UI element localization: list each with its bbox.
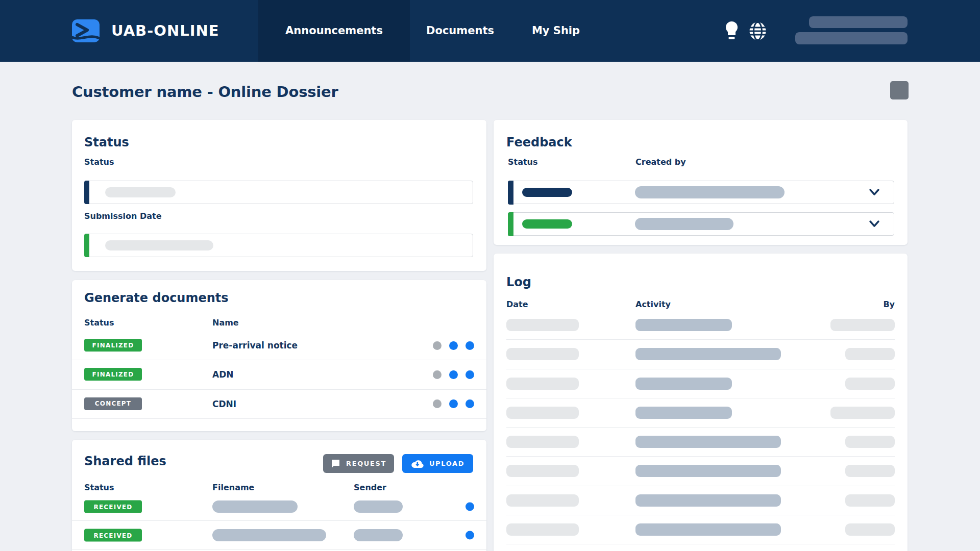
file-action-dot-blue[interactable]	[465, 503, 474, 511]
date-skeleton	[506, 407, 579, 419]
tab-announcements[interactable]: Announcements	[258, 0, 410, 62]
upload-button[interactable]: UPLOAD	[402, 454, 473, 473]
activity-skeleton	[635, 319, 732, 331]
page-action-button[interactable]	[890, 81, 909, 99]
globe-icon[interactable]	[748, 21, 767, 41]
cloud-upload-icon	[411, 459, 424, 468]
log-row	[506, 544, 895, 551]
document-name: ADN	[212, 369, 234, 380]
column-header-status: Status	[84, 318, 114, 328]
document-action-dot-blue[interactable]	[465, 341, 474, 350]
log-row	[506, 486, 895, 515]
status-badge: FINALIZED	[84, 339, 142, 352]
shared-file-row: RECEIVED	[72, 493, 486, 521]
generate-documents-card: Generate documents Status Name FINALIZED…	[72, 280, 486, 431]
status-accent-bar	[84, 181, 89, 204]
status-badge: RECEIVED	[84, 500, 142, 513]
activity-skeleton	[635, 523, 781, 536]
column-header-date: Date	[506, 299, 528, 309]
activity-skeleton	[635, 407, 732, 419]
log-row	[506, 311, 895, 340]
submission-date-field[interactable]	[84, 234, 473, 257]
request-button-label: REQUEST	[346, 460, 386, 467]
document-action-dot-blue[interactable]	[449, 341, 458, 350]
upload-button-label: UPLOAD	[429, 460, 464, 467]
tab-my-ship[interactable]: My Ship	[510, 0, 601, 62]
document-action-dot-grey[interactable]	[433, 341, 442, 350]
date-skeleton	[506, 378, 579, 390]
log-row	[506, 369, 895, 398]
activity-skeleton	[635, 465, 781, 477]
document-row: FINALIZED Pre-arrival notice	[72, 331, 486, 360]
brand-name: UAB-ONLINE	[111, 0, 219, 62]
feedback-row[interactable]	[508, 181, 894, 204]
by-skeleton	[845, 523, 895, 536]
tab-documents[interactable]: Documents	[410, 0, 510, 62]
by-skeleton	[845, 378, 895, 390]
activity-skeleton	[635, 348, 781, 360]
status-field[interactable]	[84, 181, 473, 204]
document-action-dot-blue[interactable]	[465, 399, 474, 408]
document-action-dot-blue[interactable]	[465, 370, 474, 379]
column-header-name: Name	[212, 318, 239, 328]
document-action-dot-grey[interactable]	[433, 370, 442, 379]
submission-value-skeleton	[105, 240, 213, 251]
column-header-created-by: Created by	[635, 157, 686, 167]
document-action-dot-blue[interactable]	[449, 370, 458, 379]
column-header-status: Status	[84, 483, 114, 492]
status-field-label: Status	[84, 157, 114, 167]
filename-skeleton	[212, 529, 326, 541]
document-name: Pre-arrival notice	[212, 340, 298, 350]
feedback-accent-bar	[508, 181, 513, 205]
log-row	[506, 428, 895, 457]
user-info-skeleton	[809, 16, 908, 28]
brand-logo-icon	[72, 19, 100, 42]
by-skeleton	[845, 436, 895, 448]
by-skeleton	[845, 494, 895, 507]
page-title: Customer name - Online Dossier	[72, 83, 338, 101]
document-name: CDNI	[212, 399, 236, 409]
document-row: CONCEPT CDNI	[72, 390, 486, 419]
status-badge: CONCEPT	[84, 397, 142, 410]
log-card: Log Date Activity By	[494, 254, 908, 551]
submission-date-label: Submission Date	[84, 211, 162, 221]
user-info-skeleton	[795, 32, 908, 44]
shared-files-title: Shared files	[84, 454, 166, 468]
status-value-skeleton	[105, 187, 176, 197]
document-row: FINALIZED ADN	[72, 360, 486, 389]
chevron-down-icon[interactable]	[867, 218, 881, 230]
log-title: Log	[506, 275, 531, 289]
feedback-title: Feedback	[506, 135, 572, 149]
date-skeleton	[506, 494, 579, 507]
log-row	[506, 340, 895, 369]
log-row	[506, 457, 895, 486]
activity-skeleton	[635, 494, 781, 507]
request-button[interactable]: REQUEST	[323, 454, 394, 473]
lightbulb-icon[interactable]	[724, 21, 739, 41]
feedback-row[interactable]	[508, 212, 894, 236]
column-header-by: By	[883, 299, 895, 309]
date-skeleton	[506, 319, 579, 331]
by-skeleton	[845, 348, 895, 360]
column-header-status: Status	[508, 157, 538, 167]
by-skeleton	[830, 407, 895, 419]
status-badge: FINALIZED	[84, 368, 142, 381]
by-skeleton	[830, 319, 895, 331]
message-icon	[331, 459, 340, 468]
document-action-dot-grey[interactable]	[433, 399, 442, 408]
submission-accent-bar	[84, 234, 89, 257]
log-row	[506, 398, 895, 428]
log-row	[506, 515, 895, 544]
feedback-status-skeleton	[522, 219, 572, 229]
date-skeleton	[506, 436, 579, 448]
created-by-skeleton	[635, 186, 785, 198]
shared-files-card: Shared files REQUEST UPLOAD Status Filen…	[72, 440, 486, 551]
shared-file-row: RECEIVED	[72, 521, 486, 550]
file-action-dot-blue[interactable]	[465, 531, 474, 540]
activity-skeleton	[635, 378, 732, 390]
status-card-title: Status	[84, 135, 129, 149]
document-action-dot-blue[interactable]	[449, 399, 458, 408]
chevron-down-icon[interactable]	[867, 186, 881, 198]
column-header-activity: Activity	[635, 299, 671, 309]
generate-documents-title: Generate documents	[84, 291, 229, 305]
